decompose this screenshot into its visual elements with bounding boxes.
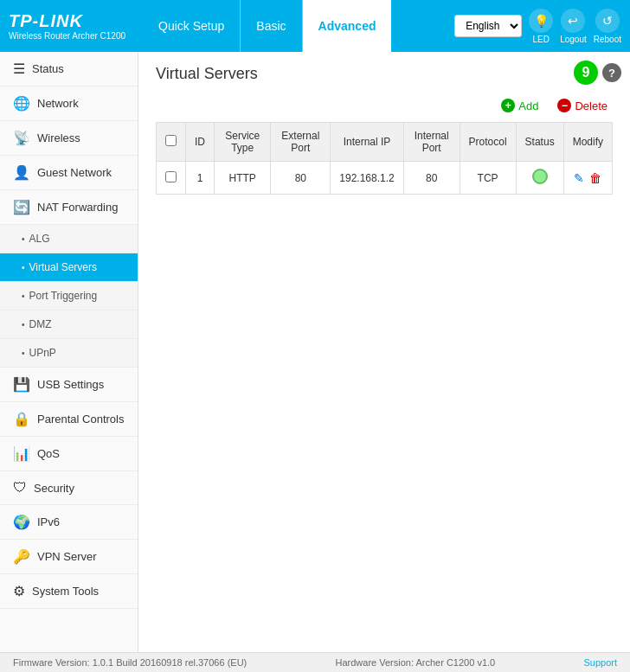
- help-icon[interactable]: ?: [602, 63, 621, 82]
- main-layout: ☰ Status 🌐 Network 📡 Wireless 👤 Guest Ne…: [0, 52, 630, 652]
- col-checkbox: [157, 123, 186, 162]
- upnp-label: UPnP: [29, 347, 56, 359]
- tab-advanced[interactable]: Advanced: [303, 0, 392, 52]
- sidebar-item-status[interactable]: ☰ Status: [0, 52, 138, 86]
- network-icon: 🌐: [13, 95, 30, 112]
- sidebar-item-nat-forwarding[interactable]: 🔄 NAT Forwarding: [0, 190, 138, 225]
- security-icon: 🛡: [13, 480, 27, 496]
- col-protocol: Protocol: [460, 123, 516, 162]
- header-right: English 💡 LED ↩ Logout ↺ Reboot: [454, 9, 621, 44]
- tab-basic[interactable]: Basic: [241, 0, 302, 52]
- sidebar-label-network: Network: [37, 97, 79, 110]
- nat-sub-menu: ALG Virtual Servers Port Triggering DMZ …: [0, 225, 138, 368]
- sidebar-label-nat: NAT Forwarding: [37, 201, 118, 214]
- sidebar-sub-virtual-servers[interactable]: Virtual Servers: [0, 253, 138, 282]
- sidebar-label-parental: Parental Controls: [37, 413, 124, 426]
- reboot-button[interactable]: ↺ Reboot: [594, 9, 621, 44]
- logo-brand: TP-LINK: [9, 11, 125, 31]
- dmz-label: DMZ: [29, 318, 52, 330]
- table-actions: + Add − Delete: [156, 96, 613, 115]
- header: TP-LINK Wireless Router Archer C1200 Qui…: [0, 0, 630, 52]
- edit-icon[interactable]: ✎: [574, 171, 584, 185]
- sidebar-item-network[interactable]: 🌐 Network: [0, 86, 138, 121]
- nav-tabs: Quick Setup Basic Advanced: [143, 0, 454, 52]
- sidebar-item-usb-settings[interactable]: 💾 USB Settings: [0, 368, 138, 402]
- col-id: ID: [186, 123, 215, 162]
- wireless-icon: 📡: [13, 130, 30, 146]
- sidebar-item-security[interactable]: 🛡 Security: [0, 471, 138, 505]
- table-row: 1 HTTP 80 192.168.1.2 80 TCP ✎ 🗑: [157, 162, 613, 195]
- virtual-servers-label: Virtual Servers: [29, 261, 97, 273]
- col-internal-port: Internal Port: [403, 123, 460, 162]
- firmware-version: Firmware Version: 1.0.1 Build 20160918 r…: [13, 657, 247, 668]
- col-service-type: Service Type: [215, 123, 271, 162]
- add-icon: +: [501, 99, 515, 112]
- sidebar-item-parental-controls[interactable]: 🔒 Parental Controls: [0, 402, 138, 437]
- nat-icon: 🔄: [13, 199, 30, 215]
- language-select[interactable]: English: [454, 15, 522, 37]
- parental-icon: 🔒: [13, 411, 30, 427]
- qos-icon: 📊: [13, 445, 30, 462]
- sidebar-item-wireless[interactable]: 📡 Wireless: [0, 121, 138, 156]
- select-all-checkbox[interactable]: [165, 135, 177, 146]
- port-triggering-label: Port Triggering: [29, 290, 98, 302]
- sidebar-item-ipv6[interactable]: 🌍 IPv6: [0, 505, 138, 540]
- hardware-version: Hardware Version: Archer C1200 v1.0: [336, 657, 496, 668]
- led-button[interactable]: 💡 LED: [529, 9, 553, 44]
- row-internal-port: 80: [403, 162, 460, 195]
- col-status: Status: [516, 123, 563, 162]
- tab-quick-setup[interactable]: Quick Setup: [143, 0, 241, 52]
- delete-icon: −: [557, 99, 571, 112]
- sidebar-label-vpn: VPN Server: [37, 550, 97, 563]
- sidebar-sub-dmz[interactable]: DMZ: [0, 310, 138, 339]
- sidebar-sub-alg[interactable]: ALG: [0, 225, 138, 253]
- sidebar-item-guest-network[interactable]: 👤 Guest Network: [0, 156, 138, 190]
- sidebar-label-usb: USB Settings: [37, 378, 104, 391]
- col-external-port: External Port: [271, 123, 331, 162]
- row-internal-ip: 192.168.1.2: [331, 162, 403, 195]
- delete-button[interactable]: − Delete: [552, 96, 613, 115]
- status-light[interactable]: [532, 169, 548, 184]
- virtual-servers-table: ID Service Type External Port Internal I…: [156, 122, 613, 195]
- reboot-label: Reboot: [594, 35, 621, 44]
- sidebar-label-wireless: Wireless: [37, 131, 80, 144]
- sidebar-sub-port-triggering[interactable]: Port Triggering: [0, 282, 138, 310]
- ipv6-icon: 🌍: [13, 514, 30, 530]
- sidebar-item-qos[interactable]: 📊 QoS: [0, 437, 138, 471]
- row-service-type: HTTP: [215, 162, 271, 195]
- row-checkbox-cell: [157, 162, 186, 195]
- logo-sub: Wireless Router Archer C1200: [9, 31, 125, 41]
- delete-row-icon[interactable]: 🗑: [589, 171, 601, 185]
- sidebar-item-system-tools[interactable]: ⚙ System Tools: [0, 574, 138, 609]
- support-link[interactable]: Support: [583, 657, 617, 668]
- table-body: 1 HTTP 80 192.168.1.2 80 TCP ✎ 🗑: [157, 162, 613, 195]
- add-button[interactable]: + Add: [496, 96, 543, 115]
- help-badge-area: 9 ?: [574, 61, 621, 85]
- led-label: LED: [532, 35, 549, 44]
- usb-icon: 💾: [13, 376, 30, 393]
- content-area: 9 ? Virtual Servers + Add − Delete ID Se…: [138, 52, 630, 652]
- delete-label: Delete: [575, 99, 608, 112]
- sidebar-label-guest-network: Guest Network: [37, 166, 112, 179]
- logout-label: Logout: [560, 35, 587, 44]
- step-badge: 9: [574, 61, 598, 85]
- row-checkbox[interactable]: [165, 171, 177, 182]
- led-icon: 💡: [529, 9, 553, 33]
- col-internal-ip: Internal IP: [331, 123, 403, 162]
- reboot-icon: ↺: [595, 9, 620, 33]
- row-protocol: TCP: [460, 162, 516, 195]
- page-title: Virtual Servers: [156, 65, 613, 83]
- sidebar-item-vpn-server[interactable]: 🔑 VPN Server: [0, 540, 138, 574]
- row-external-port: 80: [271, 162, 331, 195]
- footer: Firmware Version: 1.0.1 Build 20160918 r…: [0, 652, 630, 672]
- logo: TP-LINK Wireless Router Archer C1200: [9, 11, 125, 41]
- row-id: 1: [186, 162, 215, 195]
- table-header: ID Service Type External Port Internal I…: [157, 123, 613, 162]
- sidebar-sub-upnp[interactable]: UPnP: [0, 339, 138, 368]
- logout-button[interactable]: ↩ Logout: [560, 9, 587, 44]
- row-modify-cell: ✎ 🗑: [563, 162, 612, 195]
- modify-icons: ✎ 🗑: [573, 171, 603, 185]
- sidebar-label-security: Security: [34, 482, 74, 495]
- sidebar-label-qos: QoS: [37, 447, 60, 460]
- vpn-icon: 🔑: [13, 548, 30, 565]
